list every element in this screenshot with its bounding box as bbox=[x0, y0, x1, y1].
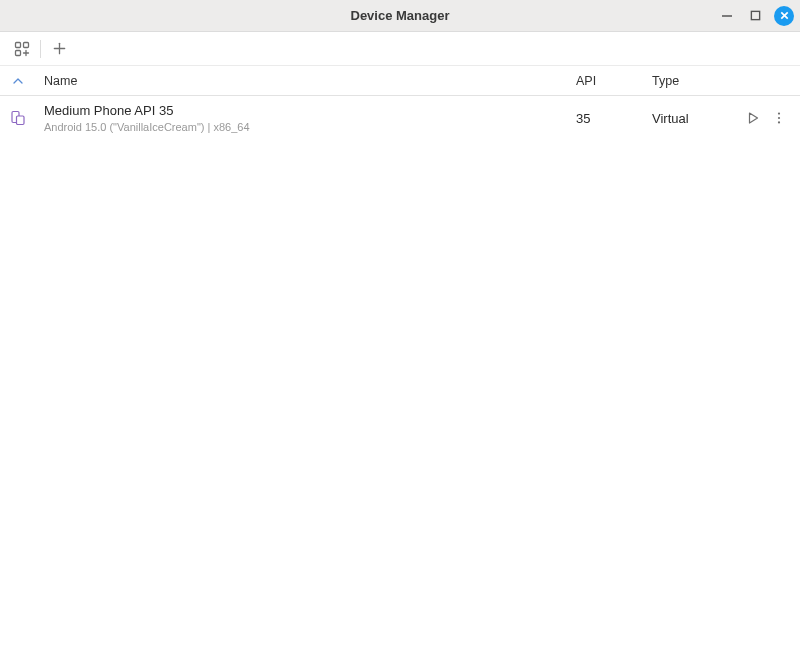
svg-point-12 bbox=[778, 117, 780, 119]
svg-point-13 bbox=[778, 121, 780, 123]
device-subtitle: Android 15.0 ("VanillaIceCream") | x86_6… bbox=[44, 120, 570, 135]
main-area: Name API Type Medium Phone API 35 Androi… bbox=[0, 32, 800, 650]
device-name: Medium Phone API 35 bbox=[44, 102, 570, 120]
close-icon bbox=[779, 10, 790, 21]
virtual-device-icon bbox=[10, 110, 26, 126]
empty-space bbox=[0, 141, 800, 650]
window-title: Device Manager bbox=[0, 8, 800, 23]
device-name-cell: Medium Phone API 35 Android 15.0 ("Vanil… bbox=[36, 102, 570, 134]
toolbar bbox=[0, 32, 800, 66]
minimize-button[interactable] bbox=[718, 7, 736, 25]
column-header-name[interactable]: Name bbox=[36, 74, 570, 88]
window-controls bbox=[718, 6, 794, 26]
device-type: Virtual bbox=[650, 111, 740, 126]
device-type-icon-cell bbox=[0, 110, 36, 126]
svg-rect-1 bbox=[751, 11, 759, 19]
svg-rect-5 bbox=[24, 42, 29, 47]
run-device-button[interactable] bbox=[744, 109, 762, 127]
toolbar-separator bbox=[40, 40, 41, 58]
grid-icon bbox=[14, 41, 30, 57]
play-icon bbox=[746, 111, 760, 125]
plus-icon bbox=[52, 41, 67, 56]
window-titlebar: Device Manager bbox=[0, 0, 800, 32]
column-header-api[interactable]: API bbox=[570, 74, 650, 88]
svg-rect-10 bbox=[17, 116, 25, 125]
svg-point-11 bbox=[778, 113, 780, 115]
svg-rect-4 bbox=[16, 42, 21, 47]
minimize-icon bbox=[721, 10, 733, 22]
table-header: Name API Type bbox=[0, 66, 800, 96]
device-api: 35 bbox=[570, 111, 650, 126]
table-row[interactable]: Medium Phone API 35 Android 15.0 ("Vanil… bbox=[0, 96, 800, 141]
kebab-icon bbox=[772, 111, 786, 125]
device-more-button[interactable] bbox=[770, 109, 788, 127]
column-header-type[interactable]: Type bbox=[650, 74, 740, 88]
close-button[interactable] bbox=[774, 6, 794, 26]
svg-rect-6 bbox=[16, 50, 21, 55]
maximize-button[interactable] bbox=[746, 7, 764, 25]
device-actions bbox=[740, 109, 800, 127]
maximize-icon bbox=[750, 10, 761, 21]
sort-indicator[interactable] bbox=[0, 75, 36, 87]
chevron-up-icon bbox=[12, 75, 24, 87]
add-device-button[interactable] bbox=[45, 35, 73, 63]
device-groups-button[interactable] bbox=[8, 35, 36, 63]
